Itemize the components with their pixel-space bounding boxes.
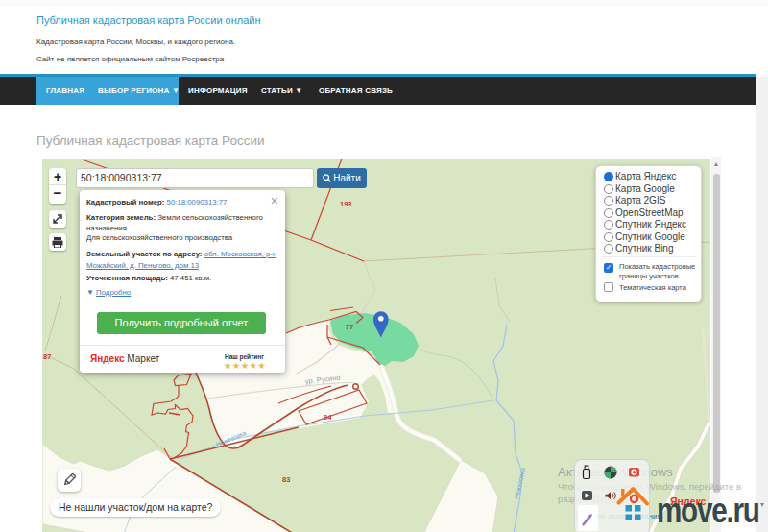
- svg-text:87: 87: [43, 352, 51, 361]
- svg-text:193: 193: [340, 200, 352, 208]
- svg-text:77: 77: [346, 323, 353, 331]
- svg-text:94: 94: [324, 413, 332, 422]
- svg-text:Нежеговка: Нежеговка: [513, 467, 526, 499]
- svg-text:83: 83: [282, 475, 290, 484]
